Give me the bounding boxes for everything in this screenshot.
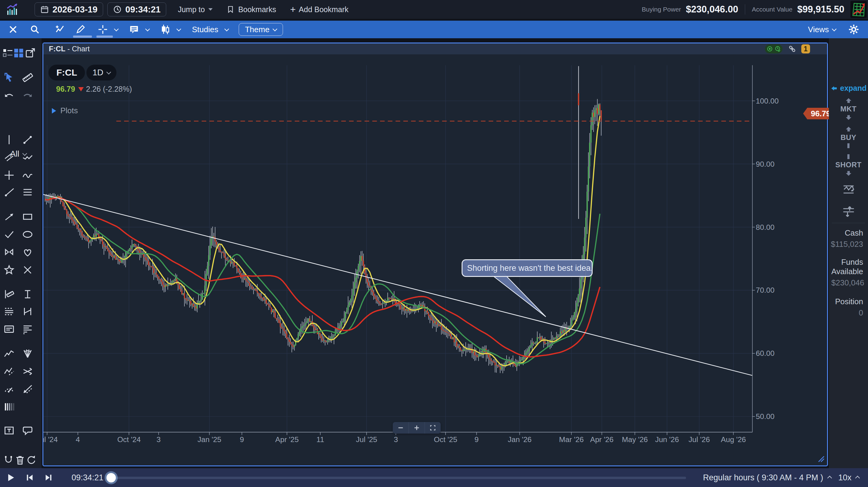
tool-pointer-icon[interactable] [2, 71, 16, 84]
news-note-icon[interactable] [127, 23, 141, 36]
skip-back-icon [26, 474, 34, 482]
tool-x-mark-icon[interactable] [21, 263, 34, 277]
tool-trend-line-icon[interactable] [21, 133, 34, 146]
chevron-down-icon[interactable] [145, 26, 150, 31]
zoom-out-button[interactable] [393, 422, 408, 434]
down-arrow-icon [78, 87, 84, 91]
compare-icon[interactable] [53, 23, 67, 36]
tool-align-lines-icon[interactable] [21, 322, 34, 336]
gear-icon[interactable] [847, 23, 861, 36]
mkt-order-button[interactable]: MKT [829, 98, 868, 120]
tool-redo-icon[interactable] [21, 90, 34, 104]
tool-dashed-lines-icon[interactable] [2, 305, 16, 318]
speed-selector[interactable]: 10x [838, 468, 859, 487]
fit-chart-button[interactable] [425, 422, 441, 434]
chevron-down-icon[interactable] [177, 26, 181, 31]
replay-status-pill[interactable] [765, 44, 782, 53]
svg-text:Jun '26: Jun '26 [655, 435, 679, 443]
studies-menu[interactable]: Studies [192, 25, 228, 34]
theme-button[interactable]: Theme [239, 23, 283, 36]
chart-panel-header[interactable]: F:CL - Chart 1 [43, 44, 827, 54]
tool-elliott-wave-icon[interactable] [2, 365, 16, 378]
tool-arrow-dashed-icon[interactable] [21, 382, 34, 396]
tool-undo-icon[interactable] [2, 90, 16, 104]
add-bookmark-button[interactable]: + Add Bookmark [290, 5, 348, 14]
tool-restore-icon[interactable] [25, 453, 38, 467]
tool-open-external-icon[interactable] [24, 46, 37, 59]
panel-title: F:CL - Chart [49, 45, 90, 53]
tool-fan-lines-icon[interactable] [21, 347, 34, 360]
bookmarks-button[interactable]: Bookmarks [226, 5, 276, 14]
tool-arc-gauge-icon[interactable] [2, 382, 16, 396]
tool-wave-trend-icon[interactable] [2, 347, 16, 360]
close-x-icon[interactable] [6, 23, 20, 36]
plots-toggle[interactable]: Plots [52, 106, 78, 115]
views-menu[interactable]: Views [808, 25, 836, 34]
zoom-in-button[interactable] [408, 422, 425, 434]
funds-available-label: Funds Available [831, 257, 863, 276]
tool-vertical-line-icon[interactable] [2, 133, 16, 146]
tool-star-icon[interactable] [2, 263, 16, 277]
tool-ruler-icon[interactable] [21, 71, 34, 84]
step-forward-button[interactable] [42, 468, 55, 487]
time-value: 09:34:21 [125, 5, 160, 15]
tool-measure-icon[interactable] [2, 288, 16, 301]
tool-callout-icon[interactable] [21, 424, 34, 437]
chevron-down-icon [106, 69, 111, 75]
play-button[interactable] [4, 468, 18, 487]
time-picker[interactable]: 09:34:21 [107, 2, 166, 17]
svg-text:Jan '25: Jan '25 [197, 435, 221, 443]
buy-button[interactable]: BUY [829, 126, 868, 148]
candlestick-icon[interactable] [158, 23, 172, 36]
tool-check-icon[interactable] [2, 228, 16, 241]
mkt-label: MKT [840, 105, 857, 113]
tool-brush-icon[interactable] [21, 169, 34, 182]
tool-ellipse-icon[interactable] [21, 228, 34, 241]
tool-crossed-lines-icon[interactable] [21, 365, 34, 378]
tool-text-box-icon[interactable] [2, 424, 16, 437]
svg-text:Apr '25: Apr '25 [275, 435, 299, 443]
tool-zigzag-icon[interactable] [21, 151, 34, 164]
chart-annotation-callout[interactable]: Shorting here wasn't the best idea. [462, 259, 593, 277]
tool-price-range-icon[interactable] [21, 288, 34, 301]
panel-resize-handle[interactable] [816, 454, 825, 463]
date-picker[interactable]: 2026-03-19 [35, 2, 103, 17]
tool-cross-icon[interactable] [2, 169, 16, 182]
jump-to-menu[interactable]: Jump to [178, 5, 213, 14]
symbol-pill[interactable]: F:CL [49, 65, 85, 81]
timeframe-label: 1D [93, 68, 103, 78]
search-icon[interactable] [28, 23, 42, 36]
close-position-button[interactable] [829, 183, 868, 196]
tool-heart-icon[interactable] [21, 245, 34, 259]
order-rail: expand MKT BUY SHORT [829, 38, 868, 468]
short-button[interactable]: SHORT [829, 154, 868, 176]
chevron-down-icon[interactable] [114, 26, 119, 31]
skip-back-button[interactable] [23, 468, 36, 487]
tool-triangles-icon[interactable] [2, 245, 16, 259]
svg-text:9: 9 [475, 435, 479, 443]
tool-arrow-icon[interactable] [2, 210, 16, 224]
playback-slider-thumb[interactable] [106, 473, 116, 482]
tool-date-range-icon[interactable] [21, 305, 34, 318]
draw-pencil-icon[interactable] [73, 23, 87, 36]
tool-horizontal-lines-icon[interactable] [21, 185, 34, 199]
tool-rectangle-icon[interactable] [21, 210, 34, 224]
tool-parallel-lines-icon[interactable] [2, 151, 16, 164]
tool-vertical-bars-icon[interactable] [2, 400, 16, 413]
session-selector[interactable]: Regular hours ( 9:30 AM - 4 PM ) [703, 468, 831, 487]
crosshair-icon[interactable] [96, 23, 110, 36]
playback-time: 09:34:21 [71, 468, 103, 487]
views-label: Views [808, 25, 829, 34]
playback-slider-track[interactable] [107, 477, 686, 479]
svg-text:50.00: 50.00 [756, 412, 775, 421]
portfolio-chart-icon[interactable] [850, 1, 867, 18]
expand-button[interactable]: expand [829, 84, 868, 93]
tool-text-block-icon[interactable] [2, 322, 16, 336]
bracket-order-button[interactable] [829, 205, 868, 218]
tool-ray-icon[interactable] [2, 185, 16, 199]
price-chart[interactable]: 100.0090.0080.0070.0060.0050.00Jul '244O… [43, 54, 827, 465]
drawing-tools-sidebar: All [0, 38, 41, 468]
panel-count-badge[interactable]: 1 [801, 44, 810, 53]
timeframe-pill[interactable]: 1D [87, 65, 117, 81]
link-icon[interactable] [788, 45, 797, 53]
